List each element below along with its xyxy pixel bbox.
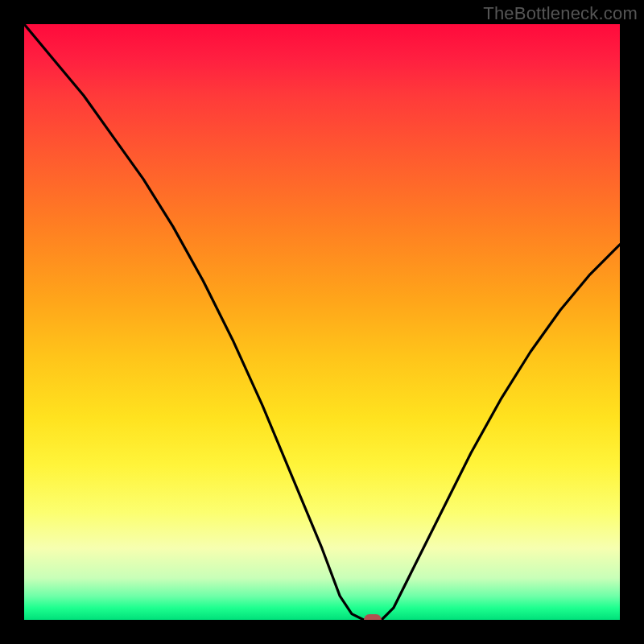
plot-area <box>24 24 620 620</box>
curve-svg <box>24 24 620 620</box>
optimum-marker <box>364 614 382 620</box>
chart-canvas: TheBottleneck.com <box>0 0 644 644</box>
watermark-text: TheBottleneck.com <box>483 3 638 24</box>
bottleneck-curve <box>24 24 620 620</box>
